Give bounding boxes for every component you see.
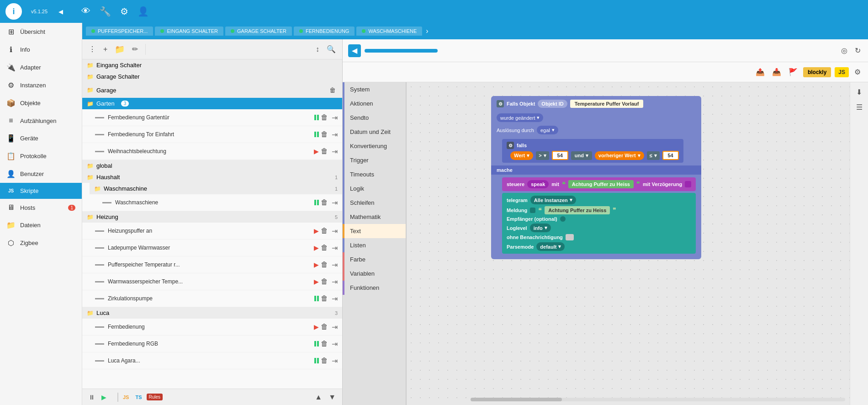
person-icon[interactable]: 👤 bbox=[138, 6, 149, 17]
js-type-btn[interactable]: JS bbox=[121, 393, 131, 402]
flag-btn[interactable]: 🚩 bbox=[787, 66, 799, 78]
value-54-input-2[interactable]: 54 bbox=[662, 151, 679, 160]
cat-lists[interactable]: Listen bbox=[343, 238, 406, 252]
garage-delete-btn[interactable]: 🗑 bbox=[328, 85, 338, 96]
cat-convert[interactable]: Konvertierung bbox=[343, 139, 406, 153]
speak-pill[interactable]: speak bbox=[527, 180, 549, 188]
tabs-more-btn[interactable]: › bbox=[426, 27, 428, 35]
sidebar-item-dateien[interactable]: 📁 Dateien bbox=[0, 216, 82, 234]
weihnacht-arrow[interactable]: ⇥ bbox=[332, 147, 338, 156]
warmwasser-arrow[interactable]: ⇥ bbox=[332, 277, 338, 286]
scroll-area[interactable] bbox=[471, 398, 845, 401]
gear-icon[interactable]: ⚙ bbox=[120, 6, 128, 17]
group-header-waschmaschine[interactable]: 📁 Waschmaschine 1 bbox=[90, 183, 342, 194]
group-header-garage-schalter[interactable]: 📁 Garage Schalter bbox=[82, 71, 342, 82]
script-item-fernbedienung-tor-einfahrt[interactable]: Fernbedienung Tor Einfahrt 🗑 ⇥ bbox=[82, 126, 342, 143]
group-header-global[interactable]: 📁 global bbox=[82, 160, 342, 171]
default-pill[interactable]: default ▾ bbox=[536, 242, 565, 251]
gartentuer-arrow[interactable]: ⇥ bbox=[332, 113, 338, 122]
script-item-fernbedienung-luca[interactable]: Fernbedienung ▶ 🗑 ⇥ bbox=[82, 319, 342, 336]
stop-btn[interactable] bbox=[111, 395, 115, 399]
play-btn[interactable]: ▶ bbox=[100, 392, 108, 403]
refresh-btn[interactable]: ↻ bbox=[853, 44, 863, 57]
sidebar-item-uebersicht[interactable]: ⊞ Übersicht bbox=[0, 23, 82, 41]
cat-timeouts[interactable]: Timeouts bbox=[343, 167, 406, 181]
script-item-heizungspuffer[interactable]: Heizungspuffer an ▶ 🗑 ⇥ bbox=[82, 223, 342, 240]
script-item-zirkulation[interactable]: Zirkulationspumpe 🗑 ⇥ bbox=[82, 290, 342, 307]
editor-settings-btn[interactable]: ⚙ bbox=[852, 66, 863, 78]
js-mode-btn[interactable]: JS bbox=[835, 67, 849, 77]
sidebar-collapse-btn[interactable]: ◀ bbox=[58, 8, 63, 15]
egal-pill[interactable]: egal ▾ bbox=[537, 126, 558, 134]
add-script-btn[interactable]: + bbox=[101, 43, 109, 55]
group-header-eingang-schalter[interactable]: 📁 Eingang Schalter bbox=[82, 59, 342, 71]
waschmaschiene-arrow[interactable]: ⇥ bbox=[332, 198, 338, 207]
cat-datetime[interactable]: Datum und Zeit bbox=[343, 125, 406, 139]
warmwasser-delete-btn[interactable]: 🗑 bbox=[319, 276, 330, 288]
heizungspuffer-delete-btn[interactable]: 🗑 bbox=[319, 225, 330, 237]
fernbedienung-rgb-delete-btn[interactable]: 🗑 bbox=[319, 338, 330, 350]
und-block[interactable]: und ▾ bbox=[571, 151, 592, 160]
group-header-haushalt[interactable]: 📁 Haushalt 1 bbox=[82, 171, 342, 183]
sidebar-item-objekte[interactable]: 📦 Objekte bbox=[0, 94, 82, 112]
ohne-benachrichtigung-checkbox[interactable] bbox=[566, 234, 574, 240]
wurde-geaendert-pill[interactable]: wurde geändert ▾ bbox=[497, 113, 543, 122]
value-54-input-1[interactable]: 54 bbox=[552, 151, 568, 160]
sidebar-item-zigbee[interactable]: ⬡ Zigbee bbox=[0, 234, 82, 252]
sidebar-item-info[interactable]: ℹ Info bbox=[0, 41, 82, 59]
blockly-mode-btn[interactable]: blockly bbox=[803, 67, 831, 77]
zirkulation-arrow[interactable]: ⇥ bbox=[332, 294, 338, 303]
export-btn[interactable]: 📤 bbox=[754, 66, 767, 78]
cat-sendto[interactable]: Sendto bbox=[343, 111, 406, 125]
cat-logic[interactable]: Logik bbox=[343, 181, 406, 196]
pause-btn[interactable]: ⏸ bbox=[87, 392, 97, 403]
heizungspuffer-arrow[interactable]: ⇥ bbox=[332, 227, 338, 235]
tab-fernbedienung[interactable]: FERNBEDIENUNG bbox=[294, 27, 355, 36]
sidebar-item-aufzaehlungen[interactable]: ≡ Aufzählungen bbox=[0, 112, 82, 129]
script-item-fernbedienung-rgb[interactable]: Fernbedienung RGB 🗑 ⇥ bbox=[82, 336, 342, 352]
rules-type-btn[interactable]: Rules bbox=[147, 394, 163, 400]
ladepumpe-arrow[interactable]: ⇥ bbox=[332, 244, 338, 252]
pufferspeicher-delete-btn[interactable]: 🗑 bbox=[319, 259, 330, 271]
script-item-warmwasser[interactable]: Warmwasserspeicher Tempe... ▶ 🗑 ⇥ bbox=[82, 273, 342, 290]
ts-type-btn[interactable]: TS bbox=[133, 393, 143, 402]
sidebar-item-skripte[interactable]: JS Skripte bbox=[0, 183, 82, 199]
tab-pufferspeicher[interactable]: PUFFERSPEICHER... bbox=[86, 27, 153, 36]
tor-einfahrt-arrow[interactable]: ⇥ bbox=[332, 130, 338, 139]
weihnacht-delete-btn[interactable]: 🗑 bbox=[319, 145, 330, 157]
menu-btn[interactable]: ⋮ bbox=[87, 43, 98, 55]
cat-variables[interactable]: Variablen bbox=[343, 266, 406, 281]
script-item-waschmaschiene[interactable]: Waschmaschiene 🗑 ⇥ bbox=[90, 194, 342, 211]
cat-functions[interactable]: Funktionen bbox=[343, 281, 406, 295]
zirkulation-delete-btn[interactable]: 🗑 bbox=[319, 293, 330, 304]
script-item-luca-agara[interactable]: Luca Agara... 🗑 ⇥ bbox=[82, 352, 342, 369]
gt-operator[interactable]: > ▾ bbox=[536, 151, 549, 160]
eye-icon[interactable]: 👁 bbox=[81, 6, 90, 17]
add-folder-btn[interactable]: 📁 bbox=[113, 43, 127, 56]
fernbedienung-luca-delete-btn[interactable]: 🗑 bbox=[319, 321, 330, 333]
sidebar-item-benutzer[interactable]: 👤 Benutzer bbox=[0, 165, 82, 183]
collapse-up-btn[interactable]: ▲ bbox=[313, 391, 324, 403]
import-btn[interactable]: 📥 bbox=[770, 66, 783, 78]
lte-operator[interactable]: ≤ ▾ bbox=[647, 151, 660, 160]
alle-instanzen-pill[interactable]: Alle Instanzen ▾ bbox=[530, 196, 576, 204]
group-header-luca[interactable]: 📁 Luca 3 bbox=[82, 307, 342, 319]
cat-math[interactable]: Mathematik bbox=[343, 210, 406, 224]
info-pill[interactable]: info ▾ bbox=[530, 224, 551, 232]
ladepumpe-delete-btn[interactable]: 🗑 bbox=[319, 242, 330, 254]
objekt-id-pill[interactable]: Objekt ID bbox=[538, 100, 567, 108]
cat-system[interactable]: System bbox=[343, 82, 406, 96]
waschmaschiene-delete-btn[interactable]: 🗑 bbox=[319, 197, 330, 208]
back-button[interactable]: ◀ bbox=[348, 44, 361, 57]
script-item-fernbedienung-gartentuer[interactable]: Fernbedienung Gartentür 🗑 ⇥ bbox=[82, 109, 342, 126]
luca-agara-delete-btn[interactable]: 🗑 bbox=[319, 355, 330, 367]
verzoegerung-checkbox[interactable] bbox=[685, 181, 691, 187]
wert-pill[interactable]: Wert ▾ bbox=[510, 151, 533, 160]
script-item-pufferspeicher[interactable]: Pufferspeicher Temperatur r... ▶ 🗑 ⇥ bbox=[82, 256, 342, 273]
group-header-garage[interactable]: 📁 Garage 🗑 bbox=[82, 82, 342, 98]
search-btn[interactable]: 🔍 bbox=[325, 43, 338, 55]
tab-waschmaschiene[interactable]: WASCHMASCHIENE bbox=[356, 27, 422, 36]
fernbedienung-luca-arrow[interactable]: ⇥ bbox=[332, 323, 338, 331]
tor-einfahrt-delete-btn[interactable]: 🗑 bbox=[319, 128, 330, 140]
group-header-heizung[interactable]: 📁 Heizung 5 bbox=[82, 211, 342, 223]
